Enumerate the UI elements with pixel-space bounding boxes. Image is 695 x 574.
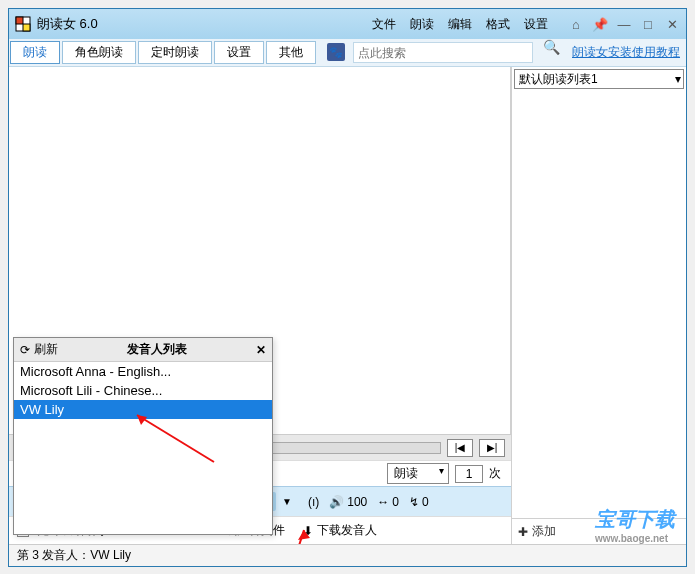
- refresh-button[interactable]: ⟳ 刷新: [20, 341, 58, 358]
- main-area: ⟳ 刷新 发音人列表 ✕ Microsoft Anna - English...…: [9, 67, 686, 544]
- minimize-icon[interactable]: —: [616, 17, 632, 32]
- refresh-icon: ⟳: [20, 343, 30, 357]
- playlist-area[interactable]: [512, 91, 686, 518]
- menu-bar: 文件 朗读 编辑 格式 设置: [372, 16, 548, 33]
- tab-role-read[interactable]: 角色朗读: [62, 41, 136, 64]
- svg-rect-1: [16, 17, 23, 24]
- mic-control[interactable]: (ı): [308, 495, 319, 509]
- chevron-down-icon: ▾: [675, 72, 681, 86]
- baidu-icon[interactable]: 🐾: [327, 43, 345, 61]
- pitch-control[interactable]: ↯0: [409, 495, 429, 509]
- menu-read[interactable]: 朗读: [410, 16, 434, 33]
- speed-icon: ↔: [377, 495, 389, 509]
- popup-title: 发音人列表: [58, 341, 256, 358]
- tab-timer-read[interactable]: 定时朗读: [138, 41, 212, 64]
- menu-file[interactable]: 文件: [372, 16, 396, 33]
- maximize-icon[interactable]: □: [640, 17, 656, 32]
- menu-settings[interactable]: 设置: [524, 16, 548, 33]
- app-window: 朗读女 6.0 文件 朗读 编辑 格式 设置 ⌂ 📌 — □ ✕ 朗读 角色朗读…: [8, 8, 687, 567]
- add-playlist-button[interactable]: ✚ 添加: [512, 518, 686, 544]
- menu-edit[interactable]: 编辑: [448, 16, 472, 33]
- mic-icon: (ı): [308, 495, 319, 509]
- voice-list: Microsoft Anna - English... Microsoft Li…: [14, 362, 272, 419]
- home-icon[interactable]: ⌂: [568, 17, 584, 32]
- search-input[interactable]: [358, 46, 528, 60]
- popup-close-icon[interactable]: ✕: [256, 343, 266, 357]
- read-mode-select[interactable]: 朗读: [387, 463, 449, 484]
- download-icon: ⬇: [303, 524, 313, 538]
- toolbar: 朗读 角色朗读 定时朗读 设置 其他 🐾 🔍 朗读女安装使用教程: [9, 39, 686, 67]
- popup-empty-area: [14, 419, 272, 534]
- search-box[interactable]: [353, 42, 533, 63]
- voice-item[interactable]: Microsoft Anna - English...: [14, 362, 272, 381]
- text-area[interactable]: ⟳ 刷新 发音人列表 ✕ Microsoft Anna - English...…: [9, 67, 511, 434]
- pitch-icon: ↯: [409, 495, 419, 509]
- voice-item-selected[interactable]: VW Lily: [14, 400, 272, 419]
- volume-control[interactable]: 🔊100: [329, 495, 367, 509]
- tab-read[interactable]: 朗读: [10, 41, 60, 64]
- download-voice-button[interactable]: ⬇ 下载发音人: [303, 522, 377, 539]
- voice-dropdown-icon[interactable]: ▼: [282, 496, 292, 507]
- playlist-select[interactable]: 默认朗读列表1 ▾: [514, 69, 684, 89]
- close-icon[interactable]: ✕: [664, 17, 680, 32]
- plus-icon: ✚: [518, 525, 528, 539]
- next-button[interactable]: ▶|: [479, 439, 505, 457]
- svg-rect-2: [23, 24, 30, 31]
- voice-list-popup: ⟳ 刷新 发音人列表 ✕ Microsoft Anna - English...…: [13, 337, 273, 535]
- status-text: 第 3 发音人：VW Lily: [17, 547, 131, 564]
- speed-control[interactable]: ↔0: [377, 495, 399, 509]
- tab-settings[interactable]: 设置: [214, 41, 264, 64]
- times-label: 次: [489, 465, 501, 482]
- app-logo-icon: [15, 16, 31, 32]
- app-title: 朗读女 6.0: [37, 15, 98, 33]
- right-pane: 默认朗读列表1 ▾ ✚ 添加: [511, 67, 686, 544]
- count-input[interactable]: 1: [455, 465, 483, 483]
- tab-other[interactable]: 其他: [266, 41, 316, 64]
- titlebar: 朗读女 6.0 文件 朗读 编辑 格式 设置 ⌂ 📌 — □ ✕: [9, 9, 686, 39]
- menu-format[interactable]: 格式: [486, 16, 510, 33]
- status-bar: 第 3 发音人：VW Lily: [9, 544, 686, 566]
- volume-icon: 🔊: [329, 495, 344, 509]
- search-icon[interactable]: 🔍: [543, 39, 560, 66]
- prev-button[interactable]: |◀: [447, 439, 473, 457]
- pin-icon[interactable]: 📌: [592, 17, 608, 32]
- voice-item[interactable]: Microsoft Lili - Chinese...: [14, 381, 272, 400]
- tutorial-link[interactable]: 朗读女安装使用教程: [572, 39, 680, 66]
- left-pane: ⟳ 刷新 发音人列表 ✕ Microsoft Anna - English...…: [9, 67, 511, 544]
